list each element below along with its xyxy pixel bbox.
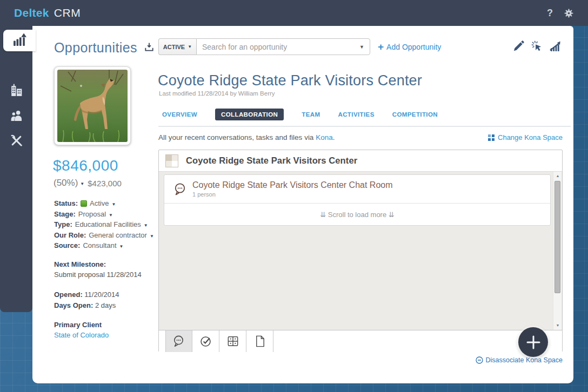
tools-icon xyxy=(9,133,24,150)
tab-team[interactable]: TEAM xyxy=(302,111,320,118)
probability-value: (50%) xyxy=(54,178,78,188)
filter-label: ACTIVE xyxy=(163,44,185,50)
field-label: Type: xyxy=(54,220,72,228)
edit-pencil-icon[interactable] xyxy=(512,40,525,55)
kona-intro-prefix: All your recent conversations, tasks and… xyxy=(158,133,316,141)
page-title-row: Opportunities xyxy=(54,40,155,56)
field-label: Stage: xyxy=(54,210,76,218)
settings-gear-icon[interactable] xyxy=(564,8,574,18)
disassociate-kona-space-button[interactable]: Disassociate Kona Space xyxy=(476,356,563,364)
tab-competition[interactable]: COMPETITION xyxy=(392,111,438,118)
scrollbar-up-icon[interactable]: ▲ xyxy=(553,172,562,180)
sidebar-item-tools[interactable] xyxy=(0,131,32,152)
tabs-divider xyxy=(158,126,571,127)
document-icon xyxy=(253,334,267,348)
sidebar-item-firms[interactable] xyxy=(0,80,32,102)
days-open-value: 2 days xyxy=(95,301,116,309)
add-kona-item-button[interactable] xyxy=(518,327,548,357)
minus-circle-icon xyxy=(476,356,483,364)
conversation-list: Coyote Ridge State Park Visitors Center … xyxy=(164,174,551,226)
kona-tab-calendar[interactable] xyxy=(219,330,246,352)
task-check-icon xyxy=(199,334,213,348)
field-value-dropdown[interactable]: Proposal xyxy=(78,210,113,218)
plus-icon xyxy=(525,334,542,350)
sidebar-item-contacts[interactable] xyxy=(0,105,32,127)
field-label: Status: xyxy=(54,199,78,207)
disassociate-label: Disassociate Kona Space xyxy=(486,356,563,364)
field-value-dropdown[interactable]: Educational Facilities xyxy=(75,220,148,228)
scrollbar-thumb[interactable] xyxy=(554,181,560,293)
help-icon[interactable]: ? xyxy=(547,8,553,19)
next-milestone-block: Next Milestone: Submit proposal 11/28/20… xyxy=(54,260,142,279)
sidebar-item-opportunities[interactable] xyxy=(3,30,36,51)
field-label: Our Role: xyxy=(54,231,86,239)
add-opportunity-label: Add Opportunity xyxy=(386,43,441,51)
chat-room-members: 1 person xyxy=(192,191,393,198)
opportunity-photo xyxy=(54,66,131,145)
field-label: Source: xyxy=(54,241,80,249)
tab-overview[interactable]: OVERVIEW xyxy=(162,111,197,118)
primary-client-link[interactable]: State of Colorado xyxy=(54,331,109,339)
next-milestone-label: Next Milestone: xyxy=(54,260,142,268)
plus-icon: + xyxy=(378,41,384,53)
tab-collaboration[interactable]: COLLABORATION xyxy=(215,109,284,120)
field-value-dropdown[interactable]: Active xyxy=(90,199,116,207)
quick-action-cursor-icon[interactable] xyxy=(531,40,543,55)
chat-room-title: Coyote Ridge State Park Visitors Center … xyxy=(192,180,393,190)
weighted-amount: $423,000 xyxy=(88,179,122,188)
filter-dropdown[interactable]: ACTIVE ▼ xyxy=(158,38,196,55)
field-value-dropdown[interactable]: General contractor xyxy=(89,231,154,239)
record-tabs: OVERVIEW COLLABORATION TEAM ACTIVITIES C… xyxy=(162,109,438,120)
days-open-label: Days Open: xyxy=(54,301,93,309)
kona-tab-conversations[interactable] xyxy=(165,330,192,352)
primary-client-block: Primary Client State of Colorado xyxy=(54,321,109,339)
export-download-icon[interactable] xyxy=(144,40,155,56)
top-bar: Deltek CRM ? xyxy=(0,0,588,26)
kona-conversations-area: Coyote Ridge State Park Visitors Center … xyxy=(159,172,562,330)
status-green-icon xyxy=(81,200,87,207)
field-value-dropdown[interactable]: Consultant xyxy=(83,241,123,249)
grid-icon xyxy=(488,134,495,141)
filter-caret-icon: ▼ xyxy=(188,44,192,49)
kona-space-title: Coyote Ridge State Park Visitors Center xyxy=(186,156,357,166)
field-type: Type: Educational Facilities xyxy=(54,219,154,230)
buildings-icon xyxy=(9,83,24,99)
tab-activities[interactable]: ACTIVITIES xyxy=(338,111,374,118)
chat-room-item[interactable]: Coyote Ridge State Park Visitors Center … xyxy=(164,175,550,204)
kona-panel: Coyote Ridge State Park Visitors Center xyxy=(158,150,563,352)
record-action-icons xyxy=(512,40,562,55)
pipeline-chart-icon[interactable] xyxy=(549,40,562,55)
kona-tab-tasks[interactable] xyxy=(192,330,219,352)
opened-block: Opened: 11/20/2014 Days Open: 2 days xyxy=(54,290,119,309)
search-dropdown-icon[interactable]: ▼ xyxy=(359,44,364,50)
calendar-icon xyxy=(226,334,240,348)
kona-space-icon xyxy=(165,154,178,167)
brand-logo: Deltek xyxy=(14,6,49,19)
people-icon xyxy=(9,108,24,125)
primary-client-label: Primary Client xyxy=(54,321,109,329)
record-last-modified: Last modified 11/28/2014 by William Berr… xyxy=(159,90,275,97)
add-opportunity-button[interactable]: + Add Opportunity xyxy=(378,38,441,55)
kona-tab-files[interactable] xyxy=(246,330,273,352)
opportunity-search-row: ACTIVE ▼ ▼ + Add Opportunity xyxy=(158,38,441,55)
kona-toolbar xyxy=(159,330,562,352)
bar-chart-arrow-icon xyxy=(12,32,27,49)
opportunity-amount: $846,000 xyxy=(53,157,118,174)
kona-scrollbar[interactable]: ▲ ▼ xyxy=(553,172,562,330)
change-kona-space-label: Change Kona Space xyxy=(498,133,563,141)
opened-label: Opened: xyxy=(54,290,83,299)
search-input[interactable] xyxy=(196,38,370,55)
kona-space-header: Coyote Ridge State Park Visitors Center xyxy=(159,150,562,172)
kona-link[interactable]: Kona xyxy=(316,133,333,141)
probability-dropdown-icon[interactable]: ▼ xyxy=(80,181,84,186)
record-title: Coyote Ridge State Park Visitors Center xyxy=(158,72,422,89)
coyote-image xyxy=(57,70,128,142)
change-kona-space-button[interactable]: Change Kona Space xyxy=(488,133,563,141)
field-status: Status: Active xyxy=(54,198,154,209)
product-name: CRM xyxy=(54,6,81,19)
main-content-card: Opportunities xyxy=(32,26,573,383)
scroll-to-load-more: ⇊ Scroll to load more ⇊ xyxy=(164,204,550,225)
chat-bubble-icon xyxy=(173,182,188,197)
scrollbar-down-icon[interactable]: ▼ xyxy=(553,322,562,329)
next-milestone-value: Submit proposal 11/28/2014 xyxy=(54,271,142,279)
